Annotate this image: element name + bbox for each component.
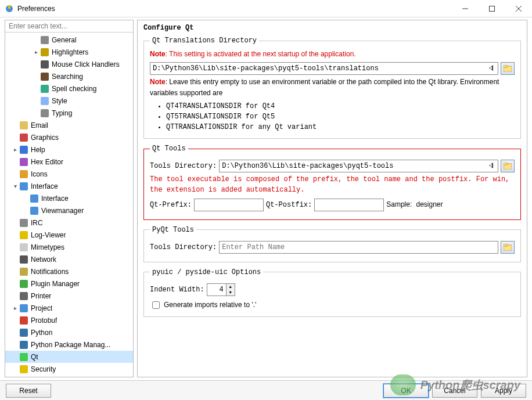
tree-item-label: IRC <box>31 219 43 227</box>
indent-width-input[interactable] <box>207 285 226 294</box>
apply-button[interactable]: Apply <box>481 384 526 398</box>
tree-item-label: Python Package Manag... <box>31 341 110 349</box>
qt-tools-dir-input[interactable] <box>219 160 498 172</box>
tree-item-printer[interactable]: Printer <box>5 290 133 302</box>
indent-width-label: Indent Width: <box>150 286 204 294</box>
sidebar: General▸HighlightersMouse Click Handlers… <box>5 20 134 377</box>
svg-rect-15 <box>504 244 507 246</box>
tree-item-label: General <box>52 36 77 44</box>
tree-item-label: Searching <box>52 73 83 81</box>
tree-item-interface[interactable]: Interface <box>5 192 133 204</box>
svg-rect-3 <box>490 6 495 11</box>
footer-bar: Reset OK Cancel Apply <box>0 380 532 400</box>
tree-item-python-package-manag-[interactable]: Python Package Manag... <box>5 338 133 351</box>
tree-item-general[interactable]: General <box>5 34 133 46</box>
tree-item-label: Printer <box>31 292 51 300</box>
tree-item-label: Log-Viewer <box>31 231 66 239</box>
interface-icon <box>19 182 28 191</box>
python-icon <box>19 328 28 337</box>
tree-item-help[interactable]: ▸Help <box>5 143 133 156</box>
clear-icon[interactable] <box>487 161 495 171</box>
sample-label: Sample: designer <box>386 200 443 209</box>
binoculars-icon <box>40 72 49 81</box>
tree-item-label: Style <box>52 97 67 105</box>
highlighter-icon <box>40 48 49 57</box>
python-pkg-icon <box>19 340 28 349</box>
graphics-icon <box>19 133 28 142</box>
tree-item-interface[interactable]: ▾Interface <box>5 180 133 192</box>
spellcheck-icon <box>40 84 49 93</box>
tree-item-label: Interface <box>41 194 69 203</box>
chevron-icon: ▾ <box>11 183 19 189</box>
tree-item-mouse-click-handlers[interactable]: Mouse Click Handlers <box>5 58 133 70</box>
tree-item-email[interactable]: Email <box>5 119 133 131</box>
tree-item-style[interactable]: Style <box>5 95 133 107</box>
pyqt-tools-legend: PyQt Tools <box>150 226 196 234</box>
browse-button[interactable] <box>501 241 515 254</box>
tree-item-label: Help <box>31 146 45 154</box>
tree-item-viewmanager[interactable]: Viewmanager <box>5 204 133 217</box>
reset-button[interactable]: Reset <box>6 384 51 398</box>
maximize-button[interactable] <box>479 0 505 17</box>
search-input[interactable] <box>5 20 133 33</box>
gear-icon <box>40 35 49 45</box>
tree-item-typing[interactable]: Typing <box>5 107 133 119</box>
clear-icon[interactable] <box>487 64 495 74</box>
tree-item-irc[interactable]: IRC <box>5 217 133 229</box>
pyuic-options-group: pyuic / pyside-uic Options Indent Width:… <box>143 268 521 317</box>
qt-postfix-input[interactable] <box>314 199 384 211</box>
qt-tools-legend: Qt Tools <box>150 145 188 153</box>
tree-item-plugin-manager[interactable]: Plugin Manager <box>5 278 133 290</box>
tree-item-hex-editor[interactable]: Hex Editor <box>5 156 133 168</box>
tree-item-searching[interactable]: Searching <box>5 70 133 82</box>
chevron-icon: ▸ <box>11 146 19 153</box>
minimize-button[interactable] <box>452 0 479 17</box>
pyqt-dir-input[interactable] <box>219 241 498 254</box>
qt-icon <box>19 352 28 362</box>
close-button[interactable] <box>505 0 532 17</box>
generate-imports-input[interactable] <box>152 301 160 309</box>
stepper-down-icon[interactable]: ▼ <box>227 290 235 296</box>
tree-item-highlighters[interactable]: ▸Highlighters <box>5 46 133 58</box>
mimetypes-icon <box>19 243 28 252</box>
tree-item-label: Plugin Manager <box>31 280 80 288</box>
stepper-up-icon[interactable]: ▲ <box>227 284 235 290</box>
tree-item-graphics[interactable]: Graphics <box>5 131 133 143</box>
mouse-icon <box>40 60 49 69</box>
tree-item-python[interactable]: Python <box>5 326 133 338</box>
ok-button[interactable]: OK <box>383 384 429 398</box>
tree-item-mimetypes[interactable]: Mimetypes <box>5 241 133 253</box>
tree-item-log-viewer[interactable]: Log-Viewer <box>5 229 133 241</box>
tree-item-label: Security <box>31 365 56 373</box>
qt-prefix-input[interactable] <box>194 199 264 211</box>
indent-width-stepper[interactable]: ▲▼ <box>207 283 235 296</box>
tree-item-project[interactable]: ▸Project <box>5 302 133 314</box>
tree-item-security[interactable]: Security <box>5 363 133 375</box>
tree-item-notifications[interactable]: Notifications <box>5 265 133 278</box>
tree-item-label: Project <box>31 304 52 312</box>
translations-note1: Note: This setting is activated at the n… <box>150 49 515 60</box>
generate-imports-checkbox[interactable]: Generate imports relative to '.' <box>150 300 515 311</box>
tree-item-network[interactable]: Network <box>5 253 133 265</box>
irc-icon <box>19 218 28 228</box>
interface-icon <box>30 194 39 203</box>
cancel-button[interactable]: Cancel <box>432 384 477 398</box>
browse-button[interactable] <box>501 62 515 75</box>
qt-tools-desc: The tool executable is composed of the p… <box>150 175 515 195</box>
tree-item-icons[interactable]: Icons <box>5 168 133 180</box>
qt-postfix-label: Qt-Postfix: <box>266 201 312 209</box>
browse-button[interactable] <box>501 160 515 172</box>
tree-item-protobuf[interactable]: Protobuf <box>5 314 133 326</box>
titlebar: Preferences <box>0 0 532 17</box>
tree-item-label: Python <box>31 329 52 337</box>
tree-item-label: Protobuf <box>31 316 57 325</box>
icons-icon <box>19 170 28 179</box>
translations-dir-input[interactable] <box>150 62 498 75</box>
translations-note2: Note: Leave this entry empty to use an e… <box>150 77 515 99</box>
tree-item-spell-checking[interactable]: Spell checking <box>5 82 133 95</box>
preferences-tree[interactable]: General▸HighlightersMouse Click Handlers… <box>5 33 133 377</box>
chevron-icon: ▸ <box>32 49 40 55</box>
tree-item-qt[interactable]: Qt <box>5 351 133 363</box>
svg-rect-1 <box>8 5 10 9</box>
tree-item-label: Icons <box>31 170 48 178</box>
